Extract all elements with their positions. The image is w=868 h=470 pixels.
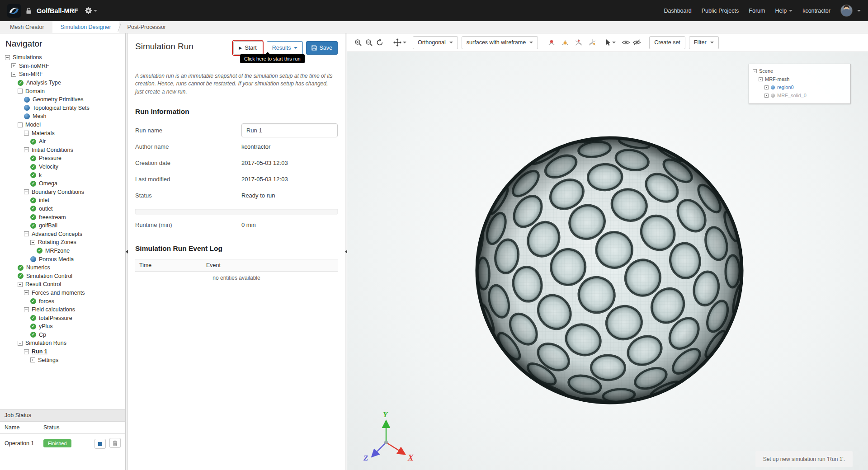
- tree-item-pressure[interactable]: ✓Pressure: [0, 154, 125, 163]
- collapse-icon[interactable]: [18, 341, 23, 346]
- tree-item-freestream[interactable]: ✓freestream: [0, 213, 125, 221]
- nav-link-dashboard[interactable]: Dashboard: [664, 8, 691, 14]
- viewport-3d[interactable]: SceneMRF-meshregion0MRF_solid_0 Y X Z: [347, 52, 868, 470]
- collapse-icon[interactable]: [18, 282, 23, 287]
- run-name-input[interactable]: [241, 123, 338, 137]
- collapse-icon[interactable]: [24, 189, 29, 194]
- tree-item-forces-and-moments[interactable]: Forces and moments: [0, 289, 125, 297]
- nav-link-forum[interactable]: Forum: [749, 8, 765, 14]
- tree-item-domain[interactable]: Domain: [0, 87, 125, 95]
- tree-item-label: Forces and moments: [32, 290, 85, 296]
- tree-item-yplus[interactable]: ✓yPlus: [0, 322, 125, 331]
- tab-post-processor[interactable]: Post-Processor: [119, 21, 174, 33]
- collapse-icon[interactable]: [11, 72, 16, 77]
- zoom-out-icon[interactable]: [363, 37, 374, 49]
- collapse-icon[interactable]: [753, 69, 757, 73]
- tree-item-model[interactable]: Model: [0, 121, 125, 129]
- scene-item-region0[interactable]: region0: [752, 83, 848, 91]
- tree-item-mrfzone[interactable]: ✓MRFzone: [0, 247, 125, 255]
- tree-item-forces[interactable]: ✓forces: [0, 297, 125, 306]
- create-set-button[interactable]: Create set: [649, 36, 685, 49]
- status-check-icon: ✓: [30, 164, 36, 170]
- tree-item-k[interactable]: ✓k: [0, 171, 125, 179]
- tree-item-omega[interactable]: ✓Omega: [0, 179, 125, 188]
- tree-item-velocity[interactable]: ✓Velocity: [0, 163, 125, 171]
- scene-item-mrf-mesh[interactable]: MRF-mesh: [752, 75, 848, 83]
- tree-item-simulations[interactable]: Simulations: [0, 53, 125, 62]
- user-avatar[interactable]: [840, 5, 853, 17]
- tree-item-mesh[interactable]: Mesh: [0, 112, 125, 121]
- scene-item-scene[interactable]: Scene: [752, 67, 848, 75]
- filter-button[interactable]: Filter: [689, 36, 719, 49]
- collapse-icon[interactable]: [30, 240, 35, 245]
- tree-item-simulation-runs[interactable]: Simulation Runs: [0, 339, 125, 348]
- tree-item-field-calculations[interactable]: Field calculations: [0, 306, 125, 314]
- collapse-icon[interactable]: [18, 89, 23, 94]
- pan-tool-button[interactable]: [393, 37, 406, 49]
- select-cursor-button[interactable]: [605, 37, 616, 49]
- render-mode-select[interactable]: surfaces with wireframe: [462, 36, 538, 49]
- delete-job-button[interactable]: [109, 438, 121, 448]
- tree-item-geometry-primitives[interactable]: Geometry Primitives: [0, 95, 125, 104]
- rotation-center-icon[interactable]: [546, 37, 557, 49]
- tree-item-analysis-type[interactable]: ✓Analysis Type: [0, 79, 125, 87]
- tree-item-boundary-conditions[interactable]: Boundary Conditions: [0, 188, 125, 197]
- user-menu-chevron-icon[interactable]: [857, 10, 861, 12]
- tree-item-result-control[interactable]: Result Control: [0, 280, 125, 289]
- show-all-icon[interactable]: [620, 37, 631, 49]
- collapse-icon[interactable]: [24, 147, 29, 152]
- tree-item-air[interactable]: ✓Air: [0, 137, 125, 146]
- username-label[interactable]: kcontractor: [802, 8, 830, 14]
- tab-simulation-designer[interactable]: Simulation Designer: [52, 21, 119, 33]
- zoom-in-icon[interactable]: [353, 37, 363, 49]
- tree-item-settings[interactable]: Settings: [0, 356, 125, 364]
- tree-item-topological-entity-sets[interactable]: Topological Entity Sets: [0, 104, 125, 113]
- point-probe-icon[interactable]: [573, 37, 584, 49]
- hide-selected-icon[interactable]: [631, 37, 642, 49]
- collapse-icon[interactable]: [24, 231, 29, 236]
- stop-job-button[interactable]: [94, 439, 106, 449]
- collapse-icon[interactable]: [24, 131, 29, 136]
- tree-item-run-1[interactable]: Run 1: [0, 348, 125, 356]
- collapse-icon[interactable]: [24, 307, 29, 312]
- expand-icon[interactable]: [30, 357, 35, 362]
- collapse-icon[interactable]: [24, 349, 29, 354]
- expand-icon[interactable]: [764, 85, 769, 89]
- tree-item-simulation-control[interactable]: ✓Simulation Control: [0, 272, 125, 280]
- tree-item-outlet[interactable]: ✓outlet: [0, 205, 125, 213]
- collapse-icon[interactable]: [24, 290, 29, 295]
- tree-item-initial-conditions[interactable]: Initial Conditions: [0, 146, 125, 155]
- collapse-icon[interactable]: [5, 55, 10, 60]
- nav-link-public-projects[interactable]: Public Projects: [702, 8, 739, 14]
- reset-view-icon[interactable]: [374, 37, 385, 49]
- golfball-mesh-render[interactable]: [347, 52, 868, 470]
- scene-item-mrf-solid-0[interactable]: MRF_solid_0: [752, 91, 848, 99]
- tree-item-rotating-zones[interactable]: Rotating Zones: [0, 238, 125, 247]
- collapse-icon[interactable]: [759, 77, 763, 81]
- save-button[interactable]: Save: [306, 41, 338, 55]
- tree-item-totalpressure[interactable]: ✓totalPressure: [0, 314, 125, 322]
- coordinate-axes-icon[interactable]: [587, 37, 598, 49]
- tab-mesh-creator[interactable]: Mesh Creator: [2, 21, 52, 33]
- tree-item-sim-nomrf[interactable]: Sim-noMRF: [0, 62, 125, 70]
- tree-item-numerics[interactable]: ✓Numerics: [0, 263, 125, 272]
- event-col-event: Event: [202, 259, 338, 272]
- tree-item-cp[interactable]: ✓Cp: [0, 331, 125, 339]
- start-button[interactable]: ▶ Start: [233, 41, 262, 55]
- tree-item-advanced-concepts[interactable]: Advanced Concepts: [0, 230, 125, 238]
- tree-item-materials[interactable]: Materials: [0, 129, 125, 137]
- results-button[interactable]: Results: [267, 41, 303, 55]
- projection-select[interactable]: Orthogonal: [413, 36, 458, 49]
- collapse-icon[interactable]: [18, 122, 23, 127]
- tree-item-porous-media[interactable]: Porous Media: [0, 255, 125, 263]
- tree-item-sim-mrf[interactable]: Sim-MRF: [0, 70, 125, 79]
- app-logo[interactable]: [7, 4, 21, 18]
- tree-item-inlet[interactable]: ✓inlet: [0, 196, 125, 205]
- expand-icon[interactable]: [764, 94, 769, 98]
- nav-link-help[interactable]: Help: [775, 8, 793, 14]
- chevron-down-icon: [612, 42, 616, 43]
- pick-center-icon[interactable]: [560, 37, 571, 49]
- project-settings-button[interactable]: [85, 7, 97, 14]
- tree-item-golfball[interactable]: ✓golfBall: [0, 221, 125, 230]
- expand-icon[interactable]: [11, 63, 16, 68]
